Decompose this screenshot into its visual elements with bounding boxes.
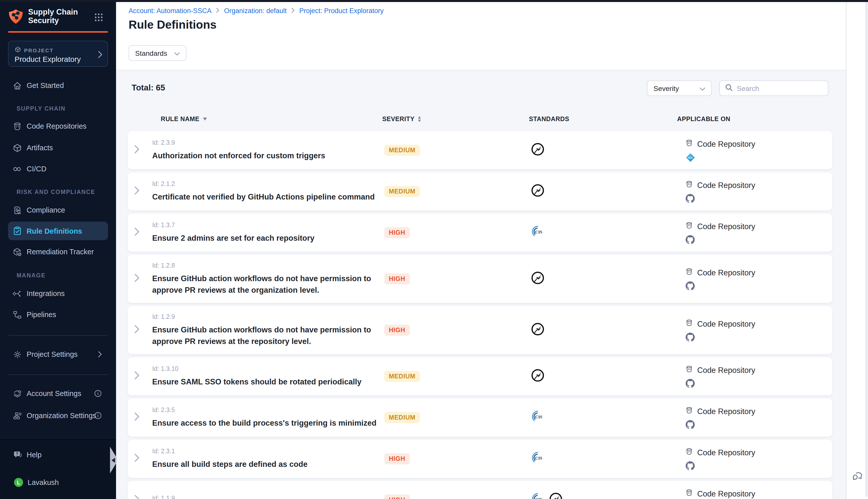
svg-text:CIS: CIS	[535, 456, 542, 461]
section-risk-compliance: RISK AND COMPLIANCE	[16, 189, 95, 195]
expand-chevron-icon[interactable]	[134, 495, 140, 499]
rule-name: Ensure all build steps are defined as co…	[152, 458, 398, 470]
scrollbar[interactable]	[866, 2, 868, 497]
sidebar-item-pipelines[interactable]: Pipelines	[8, 305, 108, 324]
column-header-severity[interactable]: SEVERITY	[382, 115, 421, 123]
sidebar-item-project-settings[interactable]: Project Settings	[8, 345, 108, 363]
github-icon	[686, 333, 755, 342]
severity-badge: MEDIUM	[384, 412, 420, 423]
infinity-icon	[12, 164, 22, 174]
cube-icon	[12, 143, 22, 153]
rule-name: Certificate not verified by GitHub Actio…	[152, 191, 398, 203]
breadcrumb-account-link[interactable]: Account: Automation-SSCA	[128, 7, 211, 15]
table-row[interactable]: Id: 2.3.1 Ensure all build steps are def…	[127, 440, 832, 478]
svg-text:?: ?	[15, 451, 18, 456]
breadcrumb-project-link[interactable]: Project: Product Exploratory	[299, 7, 384, 15]
expand-chevron-icon[interactable]	[134, 186, 140, 197]
sidebar-item-artifacts[interactable]: Artifacts	[8, 139, 108, 157]
severity-badge: MEDIUM	[384, 186, 420, 197]
sidebar-item-account-settings[interactable]: Account Settings	[8, 385, 108, 402]
code-bucket-icon	[685, 406, 693, 417]
harness-code-icon: </>	[686, 153, 755, 162]
rule-id: Id: 2.3.9	[152, 139, 404, 146]
sidebar-item-label: Integrations	[27, 290, 65, 297]
project-label: PROJECT	[24, 47, 53, 53]
sidebar-item-help[interactable]: ? Help	[8, 446, 108, 464]
sidebar-item-label: Code Repositories	[27, 122, 87, 130]
box-icon	[15, 46, 21, 54]
table-row[interactable]: Id: 2.1.2 Certificate not verified by Gi…	[127, 172, 832, 210]
sidebar-item-label: CI/CD	[27, 165, 47, 173]
expand-chevron-icon[interactable]	[134, 371, 140, 382]
search-box[interactable]	[719, 81, 828, 96]
sidebar-item-label: Rule Definitions	[27, 227, 82, 235]
sidebar-item-organization-settings[interactable]: Organization Settings	[8, 406, 108, 425]
search-input[interactable]	[737, 84, 823, 92]
collapse-left-arrow-icon[interactable]	[112, 458, 115, 463]
severity-badge: HIGH	[384, 227, 410, 238]
chat-bubbles-icon[interactable]	[852, 470, 864, 484]
applicable-on-label: Code Repository	[697, 366, 755, 375]
expand-chevron-icon[interactable]	[134, 325, 140, 336]
table-row[interactable]: Id: 1.2.9 Ensure GitHub action workflows…	[127, 306, 832, 354]
table-row[interactable]: Id: 1.1.9 HIGH CIS Code Repository	[127, 481, 832, 499]
rule-id: Id: 1.1.9	[152, 495, 404, 499]
owasp-standard-icon	[549, 492, 562, 499]
search-icon	[725, 83, 733, 93]
info-icon[interactable]	[94, 389, 102, 398]
breadcrumb-organization-link[interactable]: Organization: default	[224, 7, 287, 15]
sidebar-item-code-repositories[interactable]: Code Repositories	[8, 117, 108, 135]
expand-chevron-icon[interactable]	[134, 145, 140, 156]
breadcrumb: Account: Automation-SSCA Organization: d…	[128, 7, 384, 15]
sidebar-item-cicd[interactable]: CI/CD	[8, 160, 108, 178]
code-bucket-icon	[685, 319, 693, 329]
user-menu[interactable]: L Lavakush	[8, 473, 108, 491]
section-manage: MANAGE	[16, 272, 46, 278]
chevron-right-icon	[98, 51, 102, 60]
rule-id: Id: 1.3.7	[152, 222, 404, 229]
severity-badge: MEDIUM	[384, 371, 420, 382]
layers-gear-icon	[12, 388, 22, 399]
sidebar-item-get-started[interactable]: Get Started	[8, 76, 108, 95]
column-header-standards: STANDARDS	[529, 115, 569, 123]
github-icon	[686, 235, 755, 244]
sidebar-item-compliance[interactable]: Compliance	[8, 201, 108, 219]
sidebar-item-integrations[interactable]: Integrations	[8, 284, 108, 303]
info-icon[interactable]	[94, 412, 102, 419]
column-header-rule-name[interactable]: RULE NAME	[161, 115, 207, 123]
expand-chevron-icon[interactable]	[134, 227, 140, 238]
table-row[interactable]: Id: 2.3.5 Ensure access to the build pro…	[127, 399, 832, 437]
expand-chevron-icon[interactable]	[134, 453, 140, 464]
apps-grid-icon[interactable]	[95, 13, 103, 24]
rule-id: Id: 2.3.5	[152, 406, 404, 414]
sidebar-item-label: Project Settings	[27, 350, 78, 358]
svg-text:CIS: CIS	[535, 497, 542, 499]
owasp-standard-icon	[531, 322, 545, 338]
standards-filter-dropdown[interactable]: Standards	[128, 45, 186, 61]
rule-id: Id: 1.3.10	[152, 365, 404, 373]
github-icon	[686, 194, 755, 203]
severity-badge: HIGH	[384, 273, 410, 284]
table-row[interactable]: Id: 2.3.9 Authorization not enforced for…	[127, 131, 832, 169]
sidebar-item-rule-definitions[interactable]: Rule Definitions	[8, 222, 108, 240]
app-root: Supply Chain Security PROJECT Product Ex…	[0, 0, 868, 499]
github-icon	[686, 461, 755, 470]
sidebar-item-remediation-tracker[interactable]: Remediation Tracker	[8, 243, 108, 261]
sidebar-item-label: Artifacts	[27, 144, 53, 152]
table-row[interactable]: Id: 1.3.10 Ensure SAML SSO tokens should…	[127, 357, 832, 395]
table-row[interactable]: Id: 1.2.8 Ensure GitHub action workflows…	[127, 255, 832, 303]
total-count: Total: 65	[132, 83, 165, 93]
page-title: Rule Definitions	[128, 18, 216, 32]
rule-name: Ensure GitHub action workflows do not ha…	[152, 324, 398, 347]
shield-logo-icon	[8, 9, 24, 27]
expand-chevron-icon[interactable]	[134, 412, 140, 423]
github-icon	[686, 379, 755, 388]
severity-filter-dropdown[interactable]: Severity	[647, 81, 712, 96]
expand-chevron-icon[interactable]	[134, 273, 140, 284]
accent-bar	[8, 31, 108, 33]
table-row[interactable]: Id: 1.3.7 Ensure 2 admins are set for ea…	[127, 214, 832, 252]
project-selector[interactable]: PROJECT Product Exploratory	[8, 41, 108, 67]
applicable-on-label: Code Repository	[697, 448, 755, 457]
applicable-on-label: Code Repository	[697, 222, 755, 231]
chevron-down-icon	[700, 84, 705, 92]
